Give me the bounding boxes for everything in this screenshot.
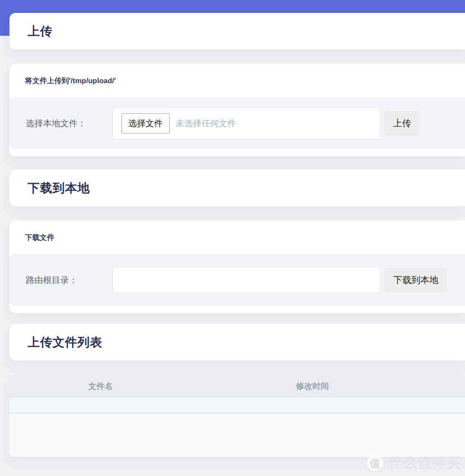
smzdm-watermark: 值 什么值得买	[367, 454, 462, 473]
file-select-label: 选择本地文件：	[26, 118, 112, 129]
download-button[interactable]: 下载到本地	[384, 268, 447, 292]
upload-title-card: 上传	[9, 13, 465, 50]
download-section-title: 下载到本地	[28, 180, 90, 196]
table-row	[9, 398, 465, 414]
download-card-footer	[9, 306, 465, 313]
file-select-row: 选择本地文件： 选择文件 未选择任何文件 上传	[9, 107, 465, 140]
router-path-row: 路由根目录： 下载到本地	[9, 267, 465, 293]
router-path-label: 路由根目录：	[26, 274, 112, 286]
download-form-card: 下载文件 路由根目录： 下载到本地	[9, 221, 465, 313]
upload-form-card: 将文件上传到'/tmp/upload/' 选择本地文件： 选择文件 未选择任何文…	[9, 64, 465, 156]
smzdm-badge-icon: 值	[367, 455, 383, 472]
table-header-row: 文件名 修改时间	[9, 375, 465, 398]
choose-file-button[interactable]: 选择文件	[121, 113, 170, 134]
upload-section-title: 上传	[28, 23, 53, 40]
file-list-section-title: 上传文件列表	[28, 334, 102, 351]
upload-panel-heading: 将文件上传到'/tmp/upload/'	[9, 64, 465, 97]
column-header-filename: 文件名	[9, 381, 192, 392]
upload-card-footer	[9, 149, 465, 156]
download-title-card: 下载到本地	[9, 170, 465, 206]
download-panel: 路由根目录： 下载到本地	[9, 254, 465, 306]
file-list-title-card: 上传文件列表	[9, 324, 465, 361]
file-list-table: 文件名 修改时间	[9, 375, 465, 457]
table-empty-area	[9, 414, 465, 457]
smzdm-watermark-text: 什么值得买	[388, 454, 462, 473]
upload-button[interactable]: 上传	[384, 111, 420, 136]
router-path-input[interactable]	[112, 267, 380, 293]
download-panel-heading: 下载文件	[9, 221, 465, 254]
file-input[interactable]: 选择文件 未选择任何文件	[112, 107, 380, 140]
column-header-modified-time: 修改时间	[192, 381, 433, 392]
upload-panel: 选择本地文件： 选择文件 未选择任何文件 上传	[9, 97, 465, 149]
file-input-placeholder: 未选择任何文件	[176, 118, 236, 129]
